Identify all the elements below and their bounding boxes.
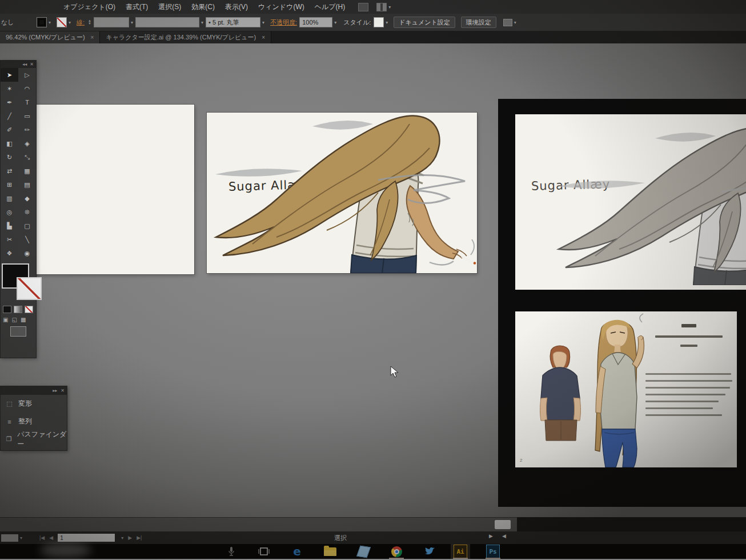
stroke-width-field[interactable] bbox=[94, 17, 129, 27]
style-swatch[interactable] bbox=[374, 17, 384, 27]
variable-width-profile-field[interactable] bbox=[135, 17, 199, 27]
lasso-tool[interactable]: ◠ bbox=[18, 82, 36, 95]
tab-document-1[interactable]: 96.42% (CMYK/プレビュー) × bbox=[0, 31, 100, 43]
artboard-blank[interactable] bbox=[31, 105, 194, 274]
chevron-down-icon[interactable]: ▾ bbox=[131, 20, 133, 25]
fill-swatch[interactable] bbox=[37, 17, 47, 27]
eraser-tool[interactable]: ◈ bbox=[18, 137, 36, 150]
slice-tool[interactable]: ✂ bbox=[1, 233, 18, 246]
tab-document-2[interactable]: キャラクター設定.ai @ 134.39% (CMYK/プレビュー) × bbox=[100, 31, 271, 43]
taskbar-app-button[interactable] bbox=[354, 544, 373, 559]
color-button[interactable] bbox=[3, 306, 11, 313]
stroke-link[interactable]: 線: bbox=[77, 18, 85, 27]
close-icon[interactable]: × bbox=[262, 34, 265, 41]
panel-item-pathfinder[interactable]: ❐ パスファインダー bbox=[1, 430, 67, 448]
direct-selection-tool[interactable]: ▷ bbox=[18, 68, 36, 82]
width-tool[interactable]: ⇄ bbox=[1, 164, 18, 178]
none-button[interactable] bbox=[25, 306, 33, 313]
chevron-down-icon[interactable]: ▾ bbox=[386, 20, 388, 25]
chevron-down-icon[interactable]: ▾ bbox=[201, 20, 203, 25]
taskbar-illustrator-button[interactable]: Ai bbox=[451, 544, 470, 559]
previous-artboard-icon[interactable]: ◀ bbox=[49, 535, 53, 541]
workspace-icon[interactable] bbox=[503, 19, 512, 26]
scroll-right-icon[interactable]: ▶ bbox=[489, 533, 493, 539]
gradient-tool[interactable]: ▥ bbox=[1, 191, 18, 205]
close-icon[interactable]: × bbox=[91, 34, 94, 41]
magic-wand-tool[interactable]: ✶ bbox=[1, 82, 18, 95]
symbol-sprayer-tool[interactable]: ❊ bbox=[18, 205, 36, 219]
stroke-swatch[interactable] bbox=[57, 17, 67, 27]
hand-tool[interactable]: ❖ bbox=[1, 246, 18, 260]
gradient-button[interactable] bbox=[14, 306, 22, 313]
next-artboard-icon[interactable]: ▶ bbox=[128, 535, 132, 541]
stroke-color-swatch[interactable] bbox=[17, 277, 42, 300]
mesh-tool[interactable]: ▤ bbox=[18, 178, 36, 191]
menu-item-4[interactable]: 表示(V) bbox=[220, 2, 253, 12]
rotate-tool[interactable]: ↻ bbox=[1, 150, 18, 164]
panel-item-transform[interactable]: ⬚ 変形 bbox=[1, 395, 67, 413]
bridge-icon[interactable] bbox=[358, 3, 368, 11]
taskbar-twitter-button[interactable] bbox=[420, 544, 439, 559]
free-transform-tool[interactable]: ▦ bbox=[18, 164, 36, 178]
taskbar-chrome-button[interactable] bbox=[387, 544, 406, 559]
collapse-panel-icon[interactable]: ◂◂ bbox=[22, 62, 27, 67]
scrollbar-thumb[interactable] bbox=[495, 520, 511, 529]
chevron-down-icon[interactable]: ▾ bbox=[69, 20, 71, 25]
brush-definition-field[interactable]: • 5 pt. 丸筆 bbox=[206, 17, 260, 27]
document-setup-button[interactable]: ドキュメント設定 bbox=[394, 17, 455, 28]
artboard-colored[interactable]: Sugar Allæy bbox=[207, 113, 477, 273]
menu-item-6[interactable]: ヘルプ(H) bbox=[310, 2, 351, 12]
menu-item-5[interactable]: ウィンドウ(W) bbox=[253, 2, 310, 12]
line-segment-tool[interactable]: ╱ bbox=[1, 109, 18, 123]
menu-item-3[interactable]: 効果(C) bbox=[186, 2, 220, 12]
screen-mode-button[interactable] bbox=[10, 326, 26, 337]
close-icon[interactable]: ✕ bbox=[30, 62, 34, 67]
artboard-tool[interactable]: ▢ bbox=[18, 219, 36, 233]
artboard-number-field[interactable]: 1 bbox=[58, 534, 115, 542]
menu-item-0[interactable]: オブジェクト(O) bbox=[58, 2, 121, 12]
menu-item-2[interactable]: 選択(S) bbox=[153, 2, 186, 12]
chevron-down-icon[interactable]: ▾ bbox=[20, 535, 22, 541]
taskbar-microphone-button[interactable] bbox=[222, 544, 241, 559]
first-artboard-icon[interactable]: |◀ bbox=[39, 535, 45, 541]
chevron-down-icon[interactable]: ▾ bbox=[262, 20, 264, 25]
selection-tool[interactable]: ➤ bbox=[1, 68, 18, 82]
perspective-grid-tool[interactable]: ⊞ bbox=[1, 178, 18, 191]
horizontal-scrollbar[interactable] bbox=[0, 517, 517, 532]
blend-tool[interactable]: ◎ bbox=[1, 205, 18, 219]
taskbar-edge-button[interactable]: e bbox=[287, 544, 307, 559]
chevron-down-icon[interactable]: ▾ bbox=[49, 20, 51, 25]
draw-behind-icon[interactable]: ◱ bbox=[11, 317, 17, 323]
artboard-sketch[interactable]: Sugar Allæy bbox=[515, 114, 746, 290]
chevron-down-icon[interactable]: ▾ bbox=[514, 20, 516, 25]
chevron-down-icon[interactable]: ▾ bbox=[334, 20, 336, 25]
zoom-level-field[interactable] bbox=[1, 534, 18, 542]
column-graph-tool[interactable]: ▙ bbox=[1, 219, 18, 233]
panel-item-align[interactable]: ≡ 整列 bbox=[1, 413, 67, 430]
secondary-document-window[interactable]: Sugar Allæy 2 bbox=[498, 99, 746, 507]
pen-tool[interactable]: ✒ bbox=[1, 95, 18, 109]
taskbar-file-explorer-button[interactable] bbox=[320, 544, 340, 559]
stroke-width-stepper[interactable]: ▲▼ bbox=[88, 19, 91, 25]
shape-builder-tool[interactable]: ◧ bbox=[1, 137, 18, 150]
paintbrush-tool[interactable]: ✐ bbox=[1, 123, 18, 137]
artboard-character-sheet[interactable]: 2 bbox=[515, 311, 737, 467]
arrange-documents-icon[interactable] bbox=[376, 3, 387, 11]
taskbar-photoshop-button[interactable]: Ps bbox=[483, 544, 503, 559]
menu-item-1[interactable]: 書式(T) bbox=[121, 2, 153, 12]
chevron-down-icon[interactable]: ▾ bbox=[121, 535, 123, 541]
last-artboard-icon[interactable]: ▶| bbox=[137, 535, 142, 541]
canvas-area[interactable]: Sugar Allæy Sugar Allæy 2 bbox=[0, 43, 746, 517]
preferences-button[interactable]: 環境設定 bbox=[461, 17, 496, 28]
rectangle-tool[interactable]: ▭ bbox=[18, 109, 36, 123]
expand-panel-icon[interactable]: ▸▸ bbox=[53, 388, 57, 393]
scroll-left-icon[interactable]: ◀ bbox=[502, 533, 506, 539]
type-tool[interactable]: T bbox=[18, 95, 36, 109]
draw-inside-icon[interactable]: ▩ bbox=[21, 317, 26, 323]
opacity-field[interactable]: 100% bbox=[299, 17, 332, 27]
opacity-link[interactable]: 不透明度: bbox=[270, 18, 297, 27]
zoom-tool[interactable]: ◉ bbox=[18, 246, 36, 260]
close-icon[interactable]: ✕ bbox=[61, 388, 65, 393]
taskbar-task-view-button[interactable] bbox=[254, 544, 274, 559]
draw-normal-icon[interactable]: ▣ bbox=[3, 317, 8, 323]
